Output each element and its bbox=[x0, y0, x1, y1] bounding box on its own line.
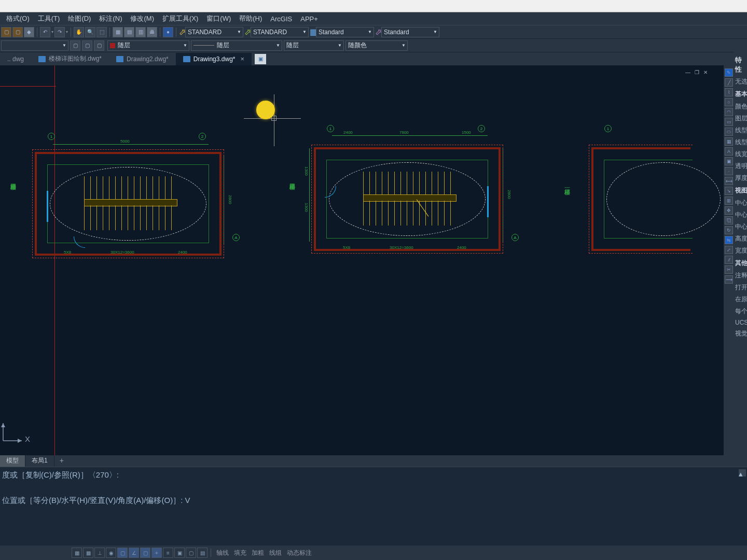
lwt-btn[interactable]: + bbox=[151, 548, 162, 558]
model-tab[interactable]: 模型 bbox=[0, 455, 25, 467]
tool-copy[interactable]: ⿻ bbox=[725, 216, 733, 225]
open-btn[interactable]: ▢ bbox=[12, 27, 23, 37]
tool-mirror[interactable]: ⇋ bbox=[725, 236, 733, 244]
file-tab-2[interactable]: Drawing2.dwg* bbox=[109, 53, 176, 65]
undo-btn[interactable]: ↶ bbox=[40, 27, 50, 37]
tool-ellipse[interactable]: ⬭ bbox=[725, 128, 733, 136]
prop-ucs[interactable]: UCS bbox=[734, 317, 747, 328]
new-tab-btn[interactable]: ▣ bbox=[255, 54, 266, 64]
tool-offset[interactable]: ⫽ bbox=[725, 256, 733, 264]
save-btn[interactable]: ◆ bbox=[24, 27, 34, 37]
menu-draw[interactable]: 绘图(D) bbox=[64, 13, 95, 24]
menu-tools[interactable]: 工具(T) bbox=[34, 13, 64, 24]
snap-grid-btn[interactable]: ▦ bbox=[72, 548, 82, 558]
tool-line[interactable]: ╱ bbox=[725, 78, 733, 87]
transp-btn[interactable]: ≡ bbox=[163, 548, 173, 558]
tool-text[interactable]: A bbox=[725, 147, 733, 156]
prop-origin[interactable]: 在原! bbox=[734, 293, 747, 305]
prop-centerz[interactable]: 中心 bbox=[734, 221, 747, 233]
prop-anno[interactable]: 注释! bbox=[734, 270, 747, 282]
lineweight-combo[interactable]: 随层▼ bbox=[284, 40, 344, 51]
linetype-combo[interactable]: 随层▼ bbox=[191, 40, 282, 51]
layermatch-btn[interactable]: ▢ bbox=[82, 40, 92, 51]
tool-rotate[interactable]: ↻ bbox=[725, 226, 733, 234]
prop-width[interactable]: 宽度 bbox=[734, 245, 747, 257]
prop-open[interactable]: 打开 bbox=[734, 282, 747, 293]
tool-select[interactable]: ✎ bbox=[725, 68, 733, 77]
tool-block[interactable]: ▣ bbox=[725, 157, 733, 165]
prop-transparency[interactable]: 透明! bbox=[734, 160, 747, 172]
props-btn[interactable]: ▤ bbox=[124, 27, 134, 37]
textstyle-combo[interactable]: STANDARD▼ bbox=[185, 27, 243, 37]
polar-btn[interactable]: ◉ bbox=[106, 548, 116, 558]
prop-lineweight[interactable]: 线宽 bbox=[734, 148, 747, 160]
osnap-btn[interactable]: ▢ bbox=[117, 548, 128, 558]
tool-circle[interactable]: ○ bbox=[725, 98, 733, 106]
ortho-btn[interactable]: ⊥ bbox=[94, 548, 105, 558]
layer-combo[interactable]: 随层▼ bbox=[107, 40, 189, 51]
tool-extend[interactable]: ⟶ bbox=[725, 275, 733, 284]
print-btn[interactable]: 🖶 bbox=[147, 27, 157, 37]
qp-btn[interactable]: ▢ bbox=[186, 548, 196, 558]
prop-thickness[interactable]: 厚度 bbox=[734, 172, 747, 184]
model-btn[interactable]: ▤ bbox=[197, 548, 208, 558]
info-btn[interactable]: ● bbox=[163, 27, 173, 37]
menu-app[interactable]: APP+ bbox=[296, 14, 322, 24]
snap-grid2-btn[interactable]: ▦ bbox=[83, 548, 93, 558]
layout1-tab[interactable]: 布局1 bbox=[25, 455, 54, 467]
tablestyle-combo[interactable]: Standard▼ bbox=[316, 27, 374, 37]
prop-color[interactable]: 颜色 bbox=[734, 101, 747, 113]
prop-visual[interactable]: 视觉 bbox=[734, 328, 747, 340]
prop-centerx[interactable]: 中心 bbox=[734, 197, 747, 209]
sb-linegrp[interactable]: 线组 bbox=[269, 549, 282, 557]
layeriso-btn[interactable]: ▢ bbox=[70, 40, 80, 51]
dyn-btn[interactable]: ▢ bbox=[140, 548, 150, 558]
zoom-btn[interactable]: 🔍 bbox=[85, 27, 95, 37]
tool-move[interactable]: ✥ bbox=[725, 206, 733, 215]
sb-dyndim[interactable]: 动态标注 bbox=[287, 549, 312, 557]
prop-linetype[interactable]: 线型 bbox=[734, 124, 747, 136]
file-tab-0[interactable]: .. dwg bbox=[0, 53, 31, 65]
close-icon[interactable]: ✕ bbox=[702, 68, 709, 76]
menu-window[interactable]: 窗口(W) bbox=[202, 13, 235, 24]
layer-btn[interactable]: ▦ bbox=[113, 27, 123, 37]
new-btn[interactable]: ▢ bbox=[1, 27, 11, 37]
menu-dim[interactable]: 标注(N) bbox=[95, 13, 126, 24]
cmd-scroll-up[interactable]: ▴ bbox=[739, 469, 746, 477]
tool-pline[interactable]: ⌇ bbox=[725, 88, 733, 96]
restore-icon[interactable]: ❐ bbox=[693, 68, 700, 76]
zoomw-btn[interactable]: ⬚ bbox=[96, 27, 107, 37]
tool-leader[interactable]: ↘ bbox=[725, 187, 733, 195]
sb-axis[interactable]: 轴线 bbox=[216, 549, 229, 557]
prop-each[interactable]: 每个! bbox=[734, 305, 747, 317]
color-combo[interactable]: 随颜色▼ bbox=[345, 40, 408, 51]
menu-format[interactable]: 格式(O) bbox=[2, 13, 34, 24]
redo-btn[interactable]: ↷ bbox=[54, 27, 65, 37]
prop-layer[interactable]: 图层 bbox=[734, 113, 747, 124]
file-tab-1[interactable]: 楼梯详图绘制.dwg* bbox=[31, 53, 109, 65]
tool-table[interactable]: ⊞ bbox=[725, 197, 733, 205]
menu-help[interactable]: 帮助(H) bbox=[235, 13, 266, 24]
menu-modify[interactable]: 修改(M) bbox=[126, 13, 158, 24]
pan-btn[interactable]: ✋ bbox=[74, 27, 84, 37]
mleadstyle-combo[interactable]: Standard▼ bbox=[381, 27, 439, 37]
menu-express[interactable]: 扩展工具(X) bbox=[158, 13, 202, 24]
props2-btn[interactable]: ▥ bbox=[135, 27, 146, 37]
prop-centery[interactable]: 中心 bbox=[734, 209, 747, 221]
tool-point[interactable]: · bbox=[725, 167, 733, 175]
tool-rect[interactable]: ▭ bbox=[725, 118, 733, 126]
sb-fill[interactable]: 填充 bbox=[234, 549, 246, 557]
tool-trim[interactable]: ✂ bbox=[725, 265, 733, 274]
prop-ltscale[interactable]: 线型! bbox=[734, 136, 747, 148]
tool-arc[interactable]: ◠ bbox=[725, 108, 733, 116]
sb-bold[interactable]: 加粗 bbox=[252, 549, 264, 557]
prop-height[interactable]: 高度 bbox=[734, 233, 747, 245]
tool-scale[interactable]: ⤢ bbox=[725, 246, 733, 254]
dimstyle-combo[interactable]: STANDARD▼ bbox=[251, 27, 309, 37]
tool-hatch[interactable]: ▦ bbox=[725, 137, 733, 146]
close-tab-icon[interactable]: × bbox=[240, 55, 244, 63]
tool-dim[interactable]: ⟷ bbox=[725, 177, 733, 185]
command-window[interactable]: ▴ 度或［复制(C)/参照(R)］〈270〉: 位置或［等分(B)/水平(H)/… bbox=[0, 467, 747, 545]
layer-filter[interactable]: ▼ bbox=[1, 40, 68, 51]
cycle-btn[interactable]: ▣ bbox=[174, 548, 185, 558]
